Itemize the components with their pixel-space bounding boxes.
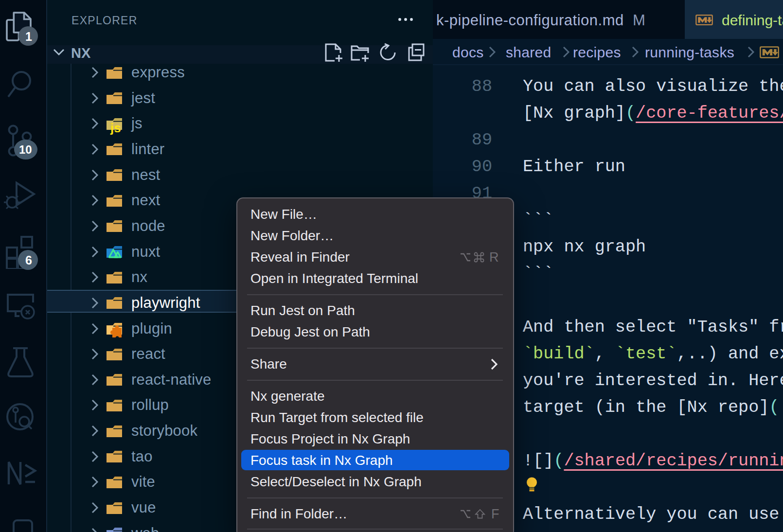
svg-text:js: js bbox=[110, 121, 121, 135]
